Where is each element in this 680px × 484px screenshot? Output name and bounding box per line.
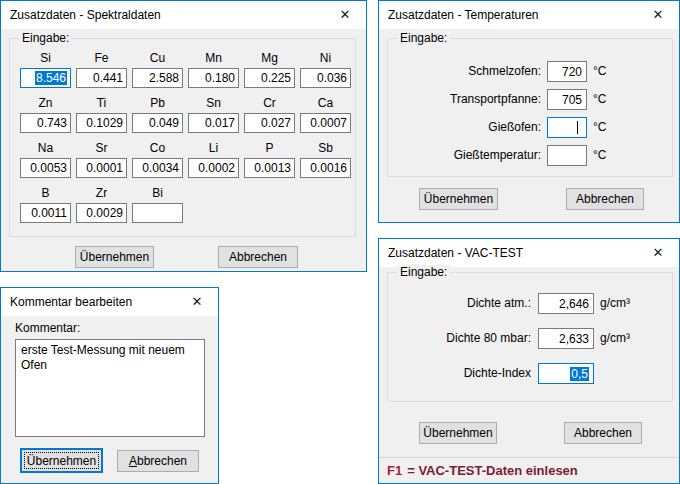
element-label-na: Na — [20, 141, 71, 158]
element-input-mn[interactable]: 0.180 — [188, 68, 239, 88]
element-field-na: Na 0.0053 — [20, 141, 71, 178]
element-field-ni: Ni 0.036 — [300, 51, 351, 88]
element-label-pb: Pb — [132, 96, 183, 113]
element-field-cu: Cu 2.588 — [132, 51, 183, 88]
dichte-atm-input[interactable]: 2,646 — [538, 293, 594, 314]
element-input-b[interactable]: 0.0011 — [20, 203, 71, 223]
uebernehmen-button[interactable]: Übernehmen — [419, 422, 497, 444]
close-icon[interactable]: ✕ — [637, 239, 679, 266]
element-input-na[interactable]: 0.0053 — [20, 158, 71, 178]
kommentar-label: Kommentar: — [15, 321, 80, 335]
element-input-p[interactable]: 0.0013 — [244, 158, 295, 178]
giesstemperatur-input[interactable] — [547, 145, 587, 166]
dichte-atm-label: Dichte atm.: — [387, 296, 531, 310]
element-grid: Si 8.546 Fe 0.441 Cu 2.588 Mn 0.180 Mg — [10, 39, 355, 223]
element-input-sb[interactable]: 0.0016 — [300, 158, 351, 178]
element-input-sn[interactable]: 0.017 — [188, 113, 239, 133]
group-label: Eingabe: — [19, 31, 72, 45]
selected-text: 8.546 — [35, 71, 67, 85]
dichte-80mbar-input[interactable]: 2,633 — [538, 328, 594, 349]
unit-label: °C — [593, 120, 606, 134]
unit-label: g/cm³ — [600, 296, 630, 310]
accesskey-letter: A — [129, 454, 137, 468]
element-label-ti: Ti — [76, 96, 127, 113]
element-input-zr[interactable]: 0.0029 — [76, 203, 127, 223]
text-caret — [577, 121, 578, 134]
element-input-si[interactable]: 8.546 — [20, 68, 71, 88]
element-field-cr: Cr 0.027 — [244, 96, 295, 133]
giessofen-label: Gießofen: — [387, 120, 541, 134]
element-field-mn: Mn 0.180 — [188, 51, 239, 88]
element-field-sn: Sn 0.017 — [188, 96, 239, 133]
element-label-p: P — [244, 141, 295, 158]
element-field-ti: Ti 0.1029 — [76, 96, 127, 133]
dichte-80mbar-label: Dichte 80 mbar: — [387, 331, 531, 345]
element-input-bi[interactable] — [132, 203, 183, 223]
abbrechen-button[interactable]: Abbrechen — [117, 450, 199, 472]
giessofen-row: Gießofen: °C — [387, 116, 606, 138]
group-label: Eingabe: — [397, 31, 450, 45]
abbrechen-button[interactable]: Abbrechen — [564, 422, 642, 444]
element-input-mg[interactable]: 0.225 — [244, 68, 295, 88]
transportpfanne-input[interactable]: 705 — [547, 89, 587, 110]
element-input-fe[interactable]: 0.441 — [76, 68, 127, 88]
element-label-bi: Bi — [132, 186, 183, 203]
unit-label: °C — [593, 148, 606, 162]
element-label-sb: Sb — [300, 141, 351, 158]
element-label-ni: Ni — [300, 51, 351, 68]
element-input-cu[interactable]: 2.588 — [132, 68, 183, 88]
titlebar[interactable]: Zusatzdaten - VAC-TEST ✕ — [379, 239, 679, 267]
abbrechen-button[interactable]: Abbrechen — [566, 188, 644, 210]
dichte-index-input[interactable]: 0,5 — [538, 363, 594, 384]
element-field-p: P 0.0013 — [244, 141, 295, 178]
element-input-ti[interactable]: 0.1029 — [76, 113, 127, 133]
eingabe-group: Eingabe: Si 8.546 Fe 0.441 Cu 2.588 Mn 0… — [9, 38, 356, 237]
element-label-b: B — [20, 186, 71, 203]
giessofen-input[interactable] — [547, 117, 587, 138]
element-field-sb: Sb 0.0016 — [300, 141, 351, 178]
uebernehmen-button[interactable]: Übernehmen — [20, 448, 103, 473]
element-label-zr: Zr — [76, 186, 127, 203]
element-input-sr[interactable]: 0.0001 — [76, 158, 127, 178]
status-bar: F1 = VAC-TEST-Daten einlesen — [379, 457, 679, 483]
transportpfanne-row: Transportpfanne: 705 °C — [387, 88, 606, 110]
schmelzofen-input[interactable]: 720 — [547, 61, 587, 82]
element-input-pb[interactable]: 0.049 — [132, 113, 183, 133]
uebernehmen-button[interactable]: Übernehmen — [419, 188, 498, 210]
element-input-cr[interactable]: 0.027 — [244, 113, 295, 133]
element-label-sr: Sr — [76, 141, 127, 158]
element-field-b: B 0.0011 — [20, 186, 71, 223]
element-label-cr: Cr — [244, 96, 295, 113]
abbrechen-button[interactable]: Abbrechen — [218, 246, 298, 268]
dialog-title: Zusatzdaten - Temperaturen — [388, 8, 539, 22]
giesstemperatur-row: Gießtemperatur: °C — [387, 144, 606, 166]
close-icon[interactable]: ✕ — [176, 288, 218, 315]
unit-label: °C — [593, 92, 606, 106]
element-input-ni[interactable]: 0.036 — [300, 68, 351, 88]
close-icon[interactable]: ✕ — [637, 1, 679, 28]
uebernehmen-button[interactable]: Übernehmen — [75, 246, 154, 268]
selected-text: 0,5 — [570, 367, 589, 381]
temperaturen-dialog: Zusatzdaten - Temperaturen ✕ Eingabe: Sc… — [378, 0, 680, 223]
close-icon[interactable]: ✕ — [324, 1, 366, 28]
button-label-rest: bbrechen — [137, 454, 187, 468]
titlebar[interactable]: Zusatzdaten - Temperaturen ✕ — [379, 1, 679, 29]
element-field-fe: Fe 0.441 — [76, 51, 127, 88]
element-input-li[interactable]: 0.0002 — [188, 158, 239, 178]
element-label-ca: Ca — [300, 96, 351, 113]
dialog-title: Zusatzdaten - VAC-TEST — [388, 246, 523, 260]
element-label-si: Si — [20, 51, 71, 68]
element-field-zn: Zn 0.743 — [20, 96, 71, 133]
element-input-ca[interactable]: 0.0007 — [300, 113, 351, 133]
group-label: Eingabe: — [397, 265, 450, 279]
giesstemperatur-label: Gießtemperatur: — [387, 148, 541, 162]
element-field-bi: Bi — [132, 186, 183, 223]
titlebar[interactable]: Kommentar bearbeiten ✕ — [1, 288, 218, 316]
element-input-co[interactable]: 0.0034 — [132, 158, 183, 178]
dialog-title: Zusatzdaten - Spektraldaten — [10, 8, 161, 22]
status-hint-text: = VAC-TEST-Daten einlesen — [407, 463, 578, 478]
element-input-zn[interactable]: 0.743 — [20, 113, 71, 133]
f1-key-label: F1 — [387, 463, 402, 478]
titlebar[interactable]: Zusatzdaten - Spektraldaten ✕ — [1, 1, 366, 29]
kommentar-textarea[interactable]: erste Test-Messung mit neuem Ofen — [15, 339, 205, 437]
